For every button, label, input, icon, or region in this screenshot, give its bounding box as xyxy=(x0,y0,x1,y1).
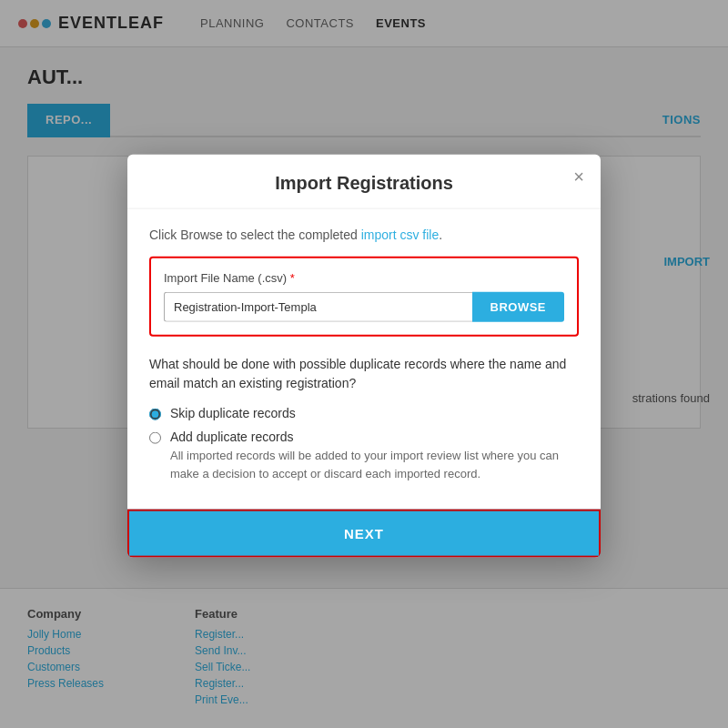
instruction-period: . xyxy=(439,228,442,242)
duplicate-question: What should be done with possible duplic… xyxy=(149,355,579,393)
modal-close-button[interactable]: × xyxy=(573,167,584,186)
radio-skip-label: Skip duplicate records xyxy=(170,406,296,420)
radio-skip-input[interactable] xyxy=(149,409,161,420)
radio-add-description: All imported records will be added to yo… xyxy=(170,447,579,482)
file-input-section: Import File Name (.csv) * BROWSE xyxy=(149,257,579,337)
file-name-input[interactable] xyxy=(164,292,472,322)
modal-header: Import Registrations × xyxy=(127,155,601,209)
import-csv-link[interactable]: import csv file xyxy=(361,228,440,242)
next-button[interactable]: NEXT xyxy=(127,510,601,558)
import-registrations-modal: Import Registrations × Click Browse to s… xyxy=(127,155,601,558)
modal-footer: NEXT xyxy=(127,510,601,558)
radio-add-label: Add duplicate records xyxy=(170,430,579,444)
radio-add: Add duplicate records All imported recor… xyxy=(149,430,579,482)
modal-title: Import Registrations xyxy=(275,173,453,193)
modal-body: Click Browse to select the completed imp… xyxy=(127,209,601,510)
radio-skip-content: Skip duplicate records xyxy=(170,406,296,420)
modal-instruction: Click Browse to select the completed imp… xyxy=(149,228,579,242)
radio-add-input[interactable] xyxy=(149,432,161,444)
browse-button[interactable]: BROWSE xyxy=(472,292,565,322)
file-label-text: Import File Name (.csv) xyxy=(164,271,287,285)
file-label: Import File Name (.csv) * xyxy=(164,271,564,285)
required-marker: * xyxy=(290,271,295,285)
radio-skip: Skip duplicate records xyxy=(149,406,579,420)
instruction-text: Click Browse to select the completed xyxy=(149,228,361,242)
radio-add-content: Add duplicate records All imported recor… xyxy=(170,430,579,482)
file-input-row: BROWSE xyxy=(164,292,564,322)
